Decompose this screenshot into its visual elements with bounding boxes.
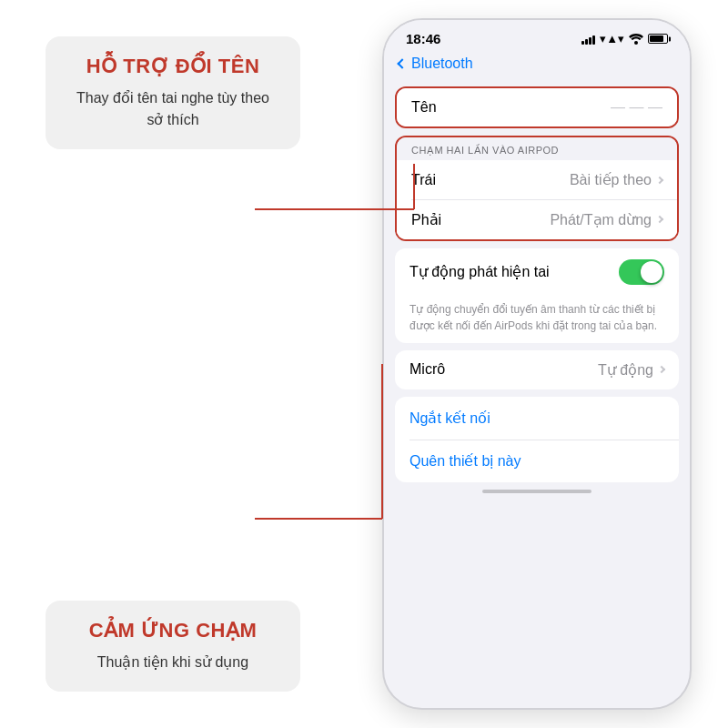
back-button[interactable]: Bluetooth — [399, 56, 473, 72]
home-indicator — [482, 490, 592, 493]
disconnect-label: Ngắt kết nối — [410, 410, 490, 426]
micro-row[interactable]: Micrô Tự động — [395, 350, 679, 389]
micro-value: Tự động — [598, 361, 653, 379]
annotation-title-rename: HỖ TRỢ ĐỔI TÊN — [67, 55, 278, 78]
left-touch-row[interactable]: Trái Bài tiếp theo — [397, 160, 677, 199]
wifi-icon-svg — [629, 34, 643, 45]
status-bar: 18:46 ▾▲▾ — [384, 20, 690, 52]
toggle-track — [619, 259, 664, 285]
right-value: Phát/Tạm dừng — [550, 211, 652, 228]
annotation-desc-rename: Thay đổi tên tai nghe tùy theo sở thích — [67, 87, 278, 131]
micro-label: Micrô — [410, 361, 445, 378]
forget-row[interactable]: Quên thiết bị này — [395, 440, 679, 482]
right-chevron-icon — [656, 216, 663, 223]
name-label: Tên — [411, 99, 437, 116]
status-icons: ▾▲▾ — [581, 32, 668, 46]
iphone-frame: 18:46 ▾▲▾ — [382, 18, 692, 710]
chevron-left-icon — [397, 58, 407, 68]
svg-point-0 — [634, 41, 638, 45]
micro-chevron-icon — [658, 366, 665, 373]
name-value: — — — — [611, 99, 662, 116]
name-row[interactable]: Tên — — — — [397, 88, 677, 126]
annotation-title-touch: CẢM ỨNG CHẠM — [67, 619, 278, 642]
auto-detect-description: Tự động chuyển đổi tuyến âm thanh từ các… — [395, 296, 679, 343]
left-chevron-icon — [656, 176, 663, 183]
auto-detect-toggle[interactable] — [619, 259, 664, 285]
right-panel: 18:46 ▾▲▾ — [346, 0, 728, 728]
left-label: Trái — [411, 172, 436, 188]
annotation-desc-touch: Thuận tiện khi sử dụng — [67, 652, 278, 673]
signal-icon — [581, 34, 595, 45]
touch-header: CHẠM HAI LẦN VÀO AIRPOD — [397, 137, 677, 160]
annotation-box-rename: HỖ TRỢ ĐỔI TÊN Thay đổi tên tai nghe tùy… — [46, 36, 300, 149]
battery-icon — [648, 34, 668, 44]
micro-section: Micrô Tự động — [395, 350, 679, 389]
annotation-box-touch: CẢM ỨNG CHẠM Thuận tiện khi sử dụng — [46, 601, 300, 692]
auto-detect-row[interactable]: Tự động phát hiện tai — [395, 248, 679, 296]
name-section: Tên — — — — [395, 86, 679, 128]
right-label: Phải — [411, 211, 441, 228]
settings-content: Tên — — — CHẠM HAI LẦN VÀO AIRPOD Trái B… — [384, 79, 690, 515]
toggle-thumb — [641, 261, 662, 283]
actions-section: Ngắt kết nối Quên thiết bị này — [395, 397, 679, 483]
left-panel: HỖ TRỢ ĐỔI TÊN Thay đổi tên tai nghe tùy… — [0, 0, 346, 728]
auto-detect-label: Tự động phát hiện tai — [410, 263, 550, 280]
back-label: Bluetooth — [411, 56, 473, 72]
wifi-icon: ▾▲▾ — [600, 32, 624, 46]
touch-section: CHẠM HAI LẦN VÀO AIRPOD Trái Bài tiếp th… — [395, 136, 679, 241]
forget-label: Quên thiết bị này — [410, 453, 521, 469]
disconnect-row[interactable]: Ngắt kết nối — [395, 397, 679, 440]
auto-detect-section: Tự động phát hiện tai Tự động chuyển đổi… — [395, 248, 679, 343]
nav-bar: Bluetooth — [384, 52, 690, 79]
right-touch-row[interactable]: Phải Phát/Tạm dừng — [397, 200, 677, 239]
left-value: Bài tiếp theo — [570, 171, 652, 188]
status-time: 18:46 — [406, 31, 440, 46]
